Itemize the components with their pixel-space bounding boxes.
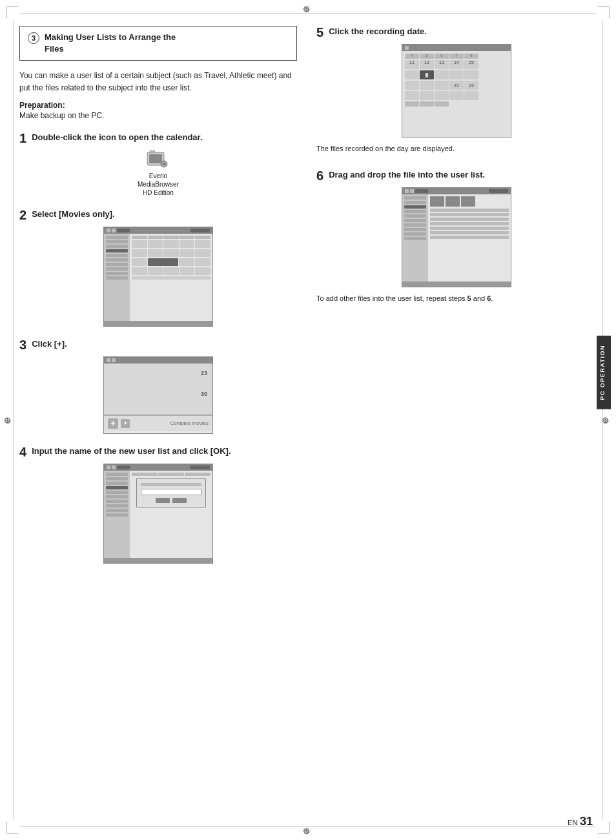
crosshair-right: ⊕ xyxy=(602,415,612,425)
step-1-image: EverioMediaBrowserHD Edition xyxy=(19,150,297,197)
step-2-number: 2 xyxy=(19,209,26,221)
step-2: 2 Select [Movies only]. xyxy=(19,209,297,327)
crosshair-bottom: ⊕ xyxy=(303,826,313,836)
step-3-image: 23 30 + ✦ Combine movies xyxy=(19,356,297,434)
step-4-title: Input the name of the new user list and … xyxy=(32,446,231,457)
prep-label: Preparation: xyxy=(19,101,297,110)
svg-rect-1 xyxy=(149,154,162,163)
step-1-title: Double-click the icon to open the calend… xyxy=(32,132,202,143)
left-column: 3 Making User Lists to Arrange the Files… xyxy=(19,26,297,575)
corner-mark-tr xyxy=(598,6,610,18)
corner-mark-br xyxy=(598,822,610,834)
step-6-image xyxy=(316,187,597,287)
right-column: 5 Click the recording date. 4 5 xyxy=(316,26,597,575)
title-box: 3 Making User Lists to Arrange the Files xyxy=(19,26,297,61)
svg-point-3 xyxy=(163,163,165,165)
pc-operation-sidebar: PC OPERATION xyxy=(597,336,611,409)
combine-label: Combine movies xyxy=(170,420,209,426)
page-number: EN 31 xyxy=(568,815,593,828)
crosshair-top: ⊕ xyxy=(303,4,313,14)
corner-mark-bl xyxy=(6,822,18,834)
step-4-number: 4 xyxy=(19,446,26,458)
step-1: 1 Double-click the icon to open the cale… xyxy=(19,132,297,197)
step-5-title: Click the recording date. xyxy=(329,26,427,37)
crosshair-left: ⊕ xyxy=(4,415,14,425)
corner-mark-tl xyxy=(6,6,18,18)
plus-button[interactable]: + xyxy=(108,418,118,429)
intro-text: You can make a user list of a certain su… xyxy=(19,70,297,94)
step-3: 3 Click [+]. 23 30 xyxy=(19,338,297,434)
circle-number: 3 xyxy=(28,32,39,44)
step-6: 6 Drag and drop the file into the user l… xyxy=(316,169,597,303)
page-content: 3 Making User Lists to Arrange the Files… xyxy=(19,26,597,814)
step-5: 5 Click the recording date. 4 5 xyxy=(316,26,597,154)
prep-text: Make backup on the PC. xyxy=(19,111,297,120)
step-6-caption: To add other files into the user list, r… xyxy=(316,294,597,303)
step-6-number: 6 xyxy=(316,169,323,182)
svg-rect-4 xyxy=(150,150,155,153)
step-1-number: 1 xyxy=(19,132,26,145)
step-3-title: Click [+]. xyxy=(32,338,67,350)
step-4: 4 Input the name of the new user list an… xyxy=(19,446,297,564)
box-title: Making User Lists to Arrange the Files xyxy=(45,32,176,55)
step-4-image xyxy=(19,464,297,564)
selected-date[interactable]: ▓ xyxy=(420,70,434,79)
step-2-title: Select [Movies only]. xyxy=(32,209,115,220)
step-5-caption: The files recorded on the day are displa… xyxy=(316,144,597,154)
step-2-image xyxy=(19,227,297,327)
step-5-number: 5 xyxy=(316,26,323,39)
step-3-number: 3 xyxy=(19,338,26,351)
step-5-image: 4 5 6 7 8 11 12 13 14 15 xyxy=(316,44,597,138)
step-6-title: Drag and drop the file into the user lis… xyxy=(329,169,485,181)
evero-icon-label: EverioMediaBrowserHD Edition xyxy=(138,172,179,197)
